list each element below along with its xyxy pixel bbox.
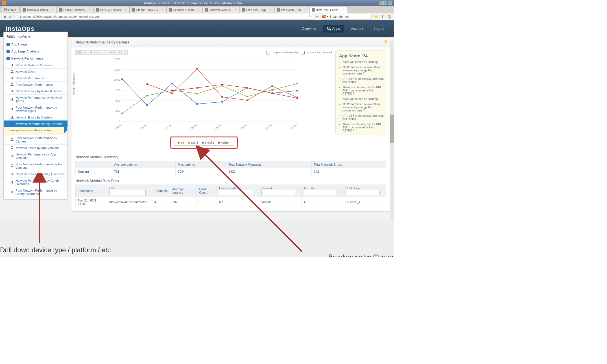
score-tip: URL XYZ is chronically slow, can you fix… (342, 114, 384, 120)
sidebar-group[interactable]: App Logs Analysis (4, 48, 67, 55)
filter-input[interactable] (261, 190, 295, 195)
close-icon[interactable]: × (125, 8, 128, 11)
bar-chart-icon (6, 57, 10, 60)
sidebar-item[interactable]: Network Errors by Network Types (4, 88, 67, 94)
chart-line-icon (10, 90, 14, 93)
browser-tab[interactable]: Services & Tools…× (167, 7, 203, 13)
window-controls[interactable] (378, 1, 392, 5)
sidebar: App1 configure App UsageApp Logs Analysi… (3, 32, 68, 199)
download-icon[interactable]: ⬇ (380, 14, 385, 19)
browser-search[interactable]: ▾ Bryan Mennell (321, 14, 372, 19)
google-icon (322, 15, 326, 18)
browser-tab[interactable]: How to launch in…× (21, 7, 57, 13)
score-tip: URL XYZ is chronically slow, can you fix… (342, 77, 384, 84)
svg-text:250: 250 (116, 109, 120, 112)
sidebar-item[interactable]: Network Errors by App Versions (4, 144, 67, 151)
svg-text:750: 750 (116, 89, 120, 92)
close-icon[interactable]: × (270, 8, 272, 11)
sidebar-item[interactable]: Network Errors by Carriers (4, 114, 67, 120)
time-range-1w[interactable]: 1w (108, 50, 115, 55)
sidebar-item[interactable]: Network Performance (4, 75, 67, 81)
compare-lastweek[interactable]: Compare with last week (301, 51, 333, 54)
app-score-title: App Score :74 (339, 53, 384, 58)
home-icon[interactable]: 🏠 (387, 14, 392, 19)
annotation-left: Drill down device type / platform / etc (0, 246, 111, 254)
sidebar-item[interactable]: Network Performance by Network Types (4, 94, 67, 104)
sidebar-group[interactable]: App Usage (4, 41, 67, 48)
scrollbar[interactable] (390, 41, 394, 221)
sidebar-item[interactable]: Poor Network Performance by Carriers (4, 135, 67, 144)
sidebar-item[interactable]: Poor Network Performancy by Network Type… (4, 104, 67, 114)
time-range-1d[interactable]: 1d (102, 50, 108, 55)
filter-input[interactable] (109, 190, 146, 195)
back-button[interactable]: ◀ (2, 14, 7, 19)
compare-yesterday[interactable]: Compare with yesterday (266, 51, 298, 54)
close-icon[interactable]: × (305, 8, 307, 11)
close-icon[interactable]: × (89, 8, 91, 11)
sidebar-item[interactable]: Network Metrics Overview (4, 62, 67, 68)
close-icon[interactable]: × (198, 8, 201, 11)
browser-tab[interactable]: StackMob - Tea…× (275, 7, 309, 13)
svg-text:5:37 PM: 5:37 PM (164, 124, 173, 131)
sidebar-item[interactable]: Network Performance by Config Overrides (4, 177, 67, 187)
raw-data-table: TimestampURLRequestsAverage LatencyError… (75, 185, 386, 207)
firefox-menu-button[interactable]: Firefox▾ (1, 7, 19, 12)
top-nav: OverviewMy AppsAccountLogout (298, 25, 388, 32)
filter-input[interactable] (219, 190, 253, 195)
sidebar-item[interactable]: Network Performance by App Versions (4, 151, 67, 161)
topnav-overview[interactable]: Overview (298, 25, 320, 32)
time-range-12h[interactable]: 12h (94, 50, 102, 55)
rss-icon[interactable]: ▾ (314, 14, 320, 19)
browser-navbar: ◀ ▶ localhost:8080/ideawheel/pages/conso… (0, 13, 394, 20)
configure-link[interactable]: configure (18, 35, 30, 38)
close-icon[interactable]: × (52, 8, 55, 11)
table-row: Nov 21, 2011, 17:42http://ideawheel.com/… (76, 197, 386, 207)
app-selector[interactable]: App1 configure (4, 32, 67, 41)
favicon (132, 8, 135, 12)
time-range-6h[interactable]: 6h (88, 50, 94, 55)
favicon (169, 8, 172, 12)
browser-tab[interactable]: Bill's G20 Books…× (94, 7, 130, 13)
close-icon[interactable]: × (342, 8, 345, 11)
url-bar[interactable]: localhost:8080/ideawheel/pages/console/m… (14, 14, 313, 19)
help-icon[interactable]: ? (384, 39, 387, 46)
sidebar-item[interactable]: Network Errors (4, 68, 67, 75)
sidebar-item[interactable]: Poor Network Performance by Config Overr… (4, 187, 67, 197)
time-range-1m[interactable]: 1m (115, 50, 122, 55)
topnav-my-apps[interactable]: My Apps (323, 25, 344, 32)
browser-tab[interactable]: Free Trial - Hyp…× (240, 7, 274, 13)
sidebar-item[interactable]: Poor Network Performance (4, 81, 67, 88)
browser-tab[interactable]: Startup Tools « S…× (130, 7, 167, 13)
annotation-right: Breakdown by Carrier (328, 253, 394, 257)
close-icon[interactable]: × (235, 8, 237, 11)
topnav-logout[interactable]: Logout (370, 25, 388, 32)
svg-text:5:38 PM: 5:38 PM (189, 124, 198, 131)
filter-input[interactable] (346, 190, 380, 195)
reload-icon[interactable]: ↻ (309, 15, 312, 18)
panel-title: Network Performance by Carriers (75, 40, 129, 44)
forward-button[interactable]: ▶ (8, 14, 13, 19)
topnav-account[interactable]: Account (347, 25, 367, 32)
close-icon[interactable]: × (162, 8, 165, 11)
url-text: localhost:8080/ideawheel/pages/console/m… (20, 15, 100, 18)
sidebar-item[interactable]: Network Performance by Carriers (4, 120, 67, 127)
svg-text:5:39 PM: 5:39 PM (214, 124, 222, 131)
score-tip: Have you turned on caching? (342, 97, 384, 100)
bookmark-icon[interactable]: ⭐ (373, 14, 379, 19)
browser-tab[interactable]: Oracle Coherenc…× (57, 7, 94, 13)
browser-tab[interactable]: InstaOps - Conso…× (310, 7, 347, 13)
sidebar-group[interactable]: Network Performance (4, 55, 67, 62)
time-range-3h[interactable]: 3h (82, 50, 88, 55)
score-tip: 3G Performance is lower than average, tr… (342, 103, 384, 112)
app-name: App1 (6, 34, 15, 38)
filter-input[interactable] (304, 190, 337, 195)
time-range-1y[interactable]: 1y (122, 50, 128, 55)
svg-text:5:26 PM: 5:26 PM (114, 124, 123, 131)
browser-tab[interactable]: Amazon Web Se…× (203, 7, 239, 13)
svg-text:5:40 PM: 5:40 PM (239, 124, 248, 131)
sidebar-item[interactable]: Network Errors by Config Overrides (4, 171, 67, 177)
favicon (59, 8, 62, 12)
sidebar-item[interactable]: Poor Network Performance by App Versions (4, 161, 67, 171)
time-range-1h[interactable]: 1h (75, 50, 82, 55)
chart-line-icon (10, 173, 14, 176)
